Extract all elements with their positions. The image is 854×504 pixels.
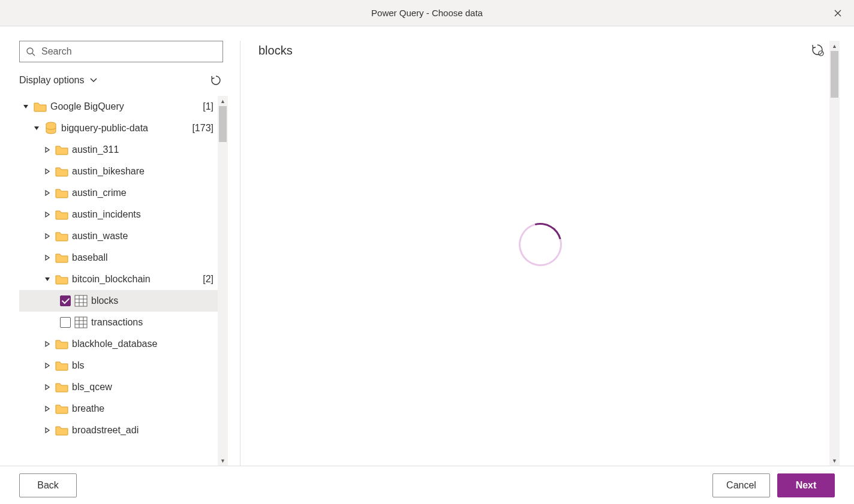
scroll-track[interactable] bbox=[829, 51, 840, 455]
expander-icon[interactable] bbox=[43, 233, 52, 239]
tree-node-label: austin_incidents bbox=[72, 209, 216, 220]
tree-node-label: breathe bbox=[72, 403, 216, 414]
folder-icon bbox=[55, 165, 68, 177]
expander-icon[interactable] bbox=[43, 406, 52, 412]
scroll-up-icon[interactable]: ▲ bbox=[829, 41, 840, 51]
folder-icon bbox=[55, 252, 68, 264]
tree-node-label: bls bbox=[72, 360, 216, 371]
scroll-down-icon[interactable]: ▼ bbox=[218, 455, 228, 466]
tree-node-folder[interactable]: broadstreet_adi bbox=[19, 420, 228, 441]
tree-node-root[interactable]: Google BigQuery [1] bbox=[19, 96, 228, 117]
tree-node-folder[interactable]: bls_qcew bbox=[19, 376, 228, 398]
refresh-tree-button[interactable] bbox=[209, 73, 223, 87]
tree-node-count: [1] bbox=[203, 101, 216, 112]
tree-node-count: [2] bbox=[203, 274, 216, 285]
tree-node-label: austin_bikeshare bbox=[72, 166, 216, 177]
svg-line-1 bbox=[32, 53, 35, 56]
tree-node-folder[interactable]: baseball bbox=[19, 247, 228, 268]
folder-icon bbox=[55, 360, 68, 372]
tree-node-folder[interactable]: blackhole_database bbox=[19, 333, 228, 355]
tree-node-folder[interactable]: austin_crime bbox=[19, 182, 228, 204]
preview-scrollbar[interactable]: ▲ ▼ bbox=[829, 41, 840, 466]
tree-node-folder[interactable]: austin_waste bbox=[19, 225, 228, 247]
checkbox[interactable] bbox=[60, 317, 71, 328]
next-button[interactable]: Next bbox=[777, 473, 835, 497]
tree-node-label: bitcoin_blockchain bbox=[72, 274, 199, 285]
refresh-cancel-icon bbox=[811, 43, 824, 56]
expander-icon[interactable] bbox=[43, 276, 52, 282]
tree-node-folder[interactable]: bls bbox=[19, 355, 228, 376]
tree-node-label: blocks bbox=[91, 295, 216, 306]
cancel-button[interactable]: Cancel bbox=[712, 473, 770, 497]
tree-node-folder[interactable]: austin_incidents bbox=[19, 204, 228, 225]
checkbox[interactable] bbox=[60, 295, 71, 306]
loading-indicator bbox=[519, 223, 562, 266]
folder-icon bbox=[55, 338, 68, 350]
refresh-icon bbox=[210, 74, 222, 86]
tree-scrollbar[interactable]: ▲ ▼ bbox=[218, 96, 228, 466]
display-options-row: Display options bbox=[19, 70, 223, 91]
body: Display options Google BigQuery [1 bbox=[0, 26, 854, 466]
tree-node-label: baseball bbox=[72, 252, 216, 263]
tree-node-label: broadstreet_adi bbox=[72, 425, 216, 436]
expander-icon[interactable] bbox=[22, 104, 30, 110]
table-icon bbox=[74, 316, 88, 328]
search-box[interactable] bbox=[19, 41, 223, 62]
scroll-thumb[interactable] bbox=[219, 106, 227, 142]
window-title: Power Query - Choose data bbox=[0, 8, 854, 18]
expander-icon[interactable] bbox=[43, 212, 52, 218]
tree-node-label: austin_311 bbox=[72, 144, 216, 155]
folder-icon bbox=[55, 381, 68, 393]
expander-icon[interactable] bbox=[43, 168, 52, 174]
svg-rect-3 bbox=[75, 295, 87, 306]
folder-icon bbox=[55, 144, 68, 156]
close-icon bbox=[834, 10, 841, 17]
expander-icon[interactable] bbox=[43, 255, 52, 261]
preview-title: blocks bbox=[258, 44, 293, 58]
table-icon bbox=[74, 295, 88, 307]
spinner-icon bbox=[510, 215, 569, 274]
expander-icon[interactable] bbox=[43, 190, 52, 196]
scroll-track[interactable] bbox=[218, 106, 228, 455]
tree-node-project[interactable]: bigquery-public-data [173] bbox=[19, 117, 228, 139]
display-options-button[interactable]: Display options bbox=[19, 75, 98, 86]
search-icon bbox=[26, 47, 35, 56]
svg-rect-8 bbox=[75, 317, 87, 328]
back-button[interactable]: Back bbox=[19, 473, 77, 497]
expander-icon[interactable] bbox=[32, 125, 41, 131]
tree-node-table[interactable]: blocks bbox=[19, 290, 228, 312]
tree-node-folder[interactable]: austin_bikeshare bbox=[19, 161, 228, 182]
folder-icon bbox=[55, 209, 68, 221]
tree-node-folder-expanded[interactable]: bitcoin_blockchain [2] bbox=[19, 268, 228, 290]
tree-node-label: bigquery-public-data bbox=[61, 123, 188, 134]
display-options-label: Display options bbox=[19, 75, 85, 86]
tree-node-folder[interactable]: breathe bbox=[19, 398, 228, 420]
preview-header: blocks bbox=[258, 41, 840, 60]
expander-icon[interactable] bbox=[43, 363, 52, 369]
svg-point-0 bbox=[27, 48, 33, 54]
close-button[interactable] bbox=[824, 0, 852, 26]
tree-node-folder[interactable]: austin_311 bbox=[19, 139, 228, 161]
folder-icon bbox=[55, 403, 68, 415]
expander-icon[interactable] bbox=[43, 341, 52, 347]
scroll-down-icon[interactable]: ▼ bbox=[829, 455, 840, 466]
tree-node-table[interactable]: transactions bbox=[19, 312, 228, 333]
tree-node-label: transactions bbox=[91, 317, 216, 328]
preview-panel: blocks ▲ ▼ bbox=[240, 41, 840, 466]
title-bar: Power Query - Choose data bbox=[0, 0, 854, 26]
search-input[interactable] bbox=[40, 46, 216, 58]
folder-icon bbox=[55, 230, 68, 242]
refresh-preview-button[interactable] bbox=[811, 43, 825, 58]
expander-icon[interactable] bbox=[43, 427, 52, 433]
tree-node-label: bls_qcew bbox=[72, 382, 216, 393]
scroll-thumb[interactable] bbox=[831, 51, 838, 98]
folder-icon bbox=[55, 424, 68, 436]
expander-icon[interactable] bbox=[43, 147, 52, 153]
navigator-panel: Display options Google BigQuery [1 bbox=[19, 41, 228, 466]
folder-icon bbox=[55, 187, 68, 199]
scroll-up-icon[interactable]: ▲ bbox=[218, 96, 228, 106]
tree-node-label: austin_crime bbox=[72, 188, 216, 198]
navigator-tree: Google BigQuery [1] bigquery-public-data… bbox=[19, 96, 228, 466]
tree-node-label: Google BigQuery bbox=[50, 101, 199, 112]
expander-icon[interactable] bbox=[43, 384, 52, 390]
